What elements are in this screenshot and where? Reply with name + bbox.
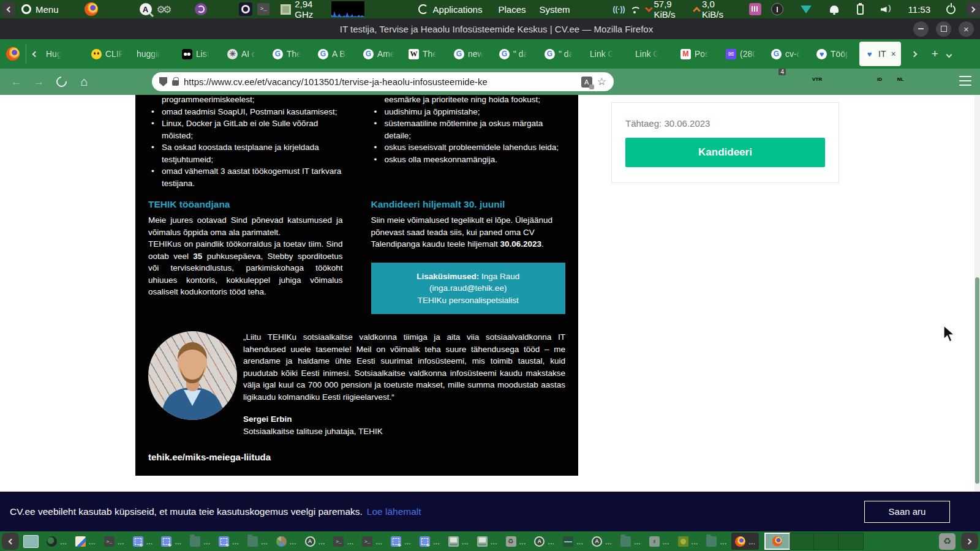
onion-browser-icon[interactable] xyxy=(239,2,252,16)
extension-icon[interactable] xyxy=(790,73,802,85)
panel-clock[interactable]: 11:53 xyxy=(908,4,930,15)
cookie-accept-button[interactable]: Saan aru xyxy=(864,501,950,523)
taskbar-window-button[interactable]: ... xyxy=(43,533,70,550)
browser-tab[interactable]: A Bl xyxy=(314,42,360,66)
page-scrollbar[interactable] xyxy=(974,95,980,492)
extension-icon[interactable]: iD xyxy=(873,73,886,85)
volume-icon[interactable] xyxy=(881,5,891,13)
workspace[interactable] xyxy=(790,533,814,549)
maximize-button[interactable] xyxy=(936,21,951,37)
taskbar-window-button[interactable]: ... xyxy=(646,533,673,550)
variety-tray-icon[interactable] xyxy=(801,6,812,13)
browser-tab[interactable]: The xyxy=(269,42,314,66)
tab-close-icon[interactable] xyxy=(891,49,895,59)
cpu-chip-icon[interactable] xyxy=(281,4,291,15)
url-bar[interactable]: https://www.cv.ee/et/vacancy/1013501/ter… xyxy=(152,72,614,91)
show-desktop-icon[interactable] xyxy=(23,535,39,548)
audio-mixer-icon[interactable] xyxy=(749,3,761,15)
cookie-learn-more-link[interactable]: Loe lähemalt xyxy=(367,506,421,517)
power-icon[interactable] xyxy=(946,5,956,14)
forward-button[interactable] xyxy=(29,72,49,92)
taskbar-window-button[interactable]: ... xyxy=(244,533,271,550)
notifications-bell-icon[interactable] xyxy=(830,6,839,13)
taskbar-window-button[interactable]: ... xyxy=(129,533,157,550)
taskbar-window-button[interactable]: ... xyxy=(330,533,357,550)
taskbar-window-button[interactable]: ... xyxy=(72,533,99,550)
menu-places[interactable]: Places xyxy=(498,4,526,15)
taskbar-window-button[interactable]: ... xyxy=(215,533,243,550)
url-text[interactable]: https://www.cv.ee/et/vacancy/1013501/ter… xyxy=(184,77,576,87)
taskbar-window-button[interactable]: ... xyxy=(731,533,759,550)
taskbar-window-button[interactable]: ... xyxy=(530,533,558,550)
taskbar-window-button[interactable]: ... xyxy=(301,533,329,550)
browser-tab[interactable]: Pos xyxy=(677,42,722,66)
taskbar-window-button[interactable]: ... xyxy=(100,533,128,550)
menu-hamburger-icon[interactable] xyxy=(959,76,971,86)
extension-icon[interactable] xyxy=(707,73,719,85)
browser-tab[interactable]: Link G xyxy=(586,42,631,66)
firefox-launcher-icon[interactable] xyxy=(85,2,98,16)
panel-hide-right-button[interactable] xyxy=(967,2,980,17)
taskbar-hide-right-button[interactable] xyxy=(961,533,978,550)
apply-button[interactable]: Kandideeri xyxy=(625,138,825,167)
screen-magnifier-icon[interactable] xyxy=(140,3,152,15)
trash-icon[interactable] xyxy=(939,533,956,550)
taskbar-window-button[interactable]: ... xyxy=(157,533,185,550)
taskbar-window-button[interactable]: ... xyxy=(473,533,501,550)
close-button[interactable] xyxy=(959,21,974,37)
new-tab-button[interactable] xyxy=(932,47,938,61)
taskbar-window-button[interactable]: ... xyxy=(186,533,214,550)
screenshot-tray-icon[interactable] xyxy=(771,3,783,15)
taskbar-window-button[interactable]: ... xyxy=(358,533,386,550)
workspace[interactable] xyxy=(839,533,863,549)
browser-tab[interactable]: CLIP xyxy=(88,42,133,66)
browser-tab[interactable]: " da xyxy=(496,42,541,66)
taskbar-window-button[interactable]: ... xyxy=(445,533,472,550)
extension-icon[interactable] xyxy=(728,73,740,85)
menu-system[interactable]: System xyxy=(540,4,570,15)
minimize-button[interactable] xyxy=(913,21,929,37)
home-button[interactable] xyxy=(74,72,94,92)
system-menu-button[interactable]: Menu xyxy=(21,4,59,15)
menu-applications[interactable]: Applications xyxy=(433,4,483,15)
taskbar-window-button[interactable]: ... xyxy=(502,533,530,550)
browser-tab[interactable]: cv-o xyxy=(767,42,813,66)
browser-tab[interactable]: Link G xyxy=(631,42,677,66)
settings-gears-icon[interactable] xyxy=(157,4,170,15)
taskbar-window-button[interactable]: ... xyxy=(617,533,644,550)
taskbar-window-button[interactable]: ... xyxy=(416,533,443,550)
wifi-icon[interactable] xyxy=(629,6,640,13)
browser-tab[interactable]: new xyxy=(450,42,496,66)
taskbar-window-button[interactable]: ... xyxy=(674,533,702,550)
workspace[interactable] xyxy=(814,533,839,549)
taskbar-hide-left-button[interactable] xyxy=(2,533,19,550)
system-monitor-graph[interactable] xyxy=(331,1,364,17)
browser-tab[interactable]: AI c xyxy=(224,42,269,66)
extension-icon[interactable] xyxy=(748,73,761,85)
browser-tab[interactable]: List xyxy=(178,42,224,66)
workspace[interactable] xyxy=(765,533,790,549)
browser-tab[interactable]: (280 xyxy=(722,42,767,66)
scrollbar-thumb[interactable] xyxy=(975,277,979,484)
translate-page-icon[interactable] xyxy=(581,77,592,88)
scroll-tabs-left-button[interactable] xyxy=(26,43,42,64)
extension-icon[interactable]: NL xyxy=(894,73,907,85)
browser-tab[interactable]: " da xyxy=(541,42,586,66)
https-lock-icon[interactable] xyxy=(172,80,179,86)
extension-icon[interactable]: VTR xyxy=(811,73,823,85)
panel-hide-left-button[interactable] xyxy=(2,2,15,17)
browser-tab[interactable]: Tööp xyxy=(813,42,858,66)
browser-tab[interactable]: Hug xyxy=(42,42,88,66)
taskbar-window-button[interactable]: ... xyxy=(703,533,730,550)
extension-icon[interactable] xyxy=(853,73,865,85)
browser-tab[interactable]: Ame xyxy=(360,42,405,66)
network-transmit-icon[interactable] xyxy=(613,5,625,13)
tracking-protection-shield-icon[interactable] xyxy=(159,77,167,86)
list-all-tabs-button[interactable] xyxy=(947,48,951,59)
extension-icon[interactable] xyxy=(936,73,948,85)
taskbar-window-button[interactable]: ... xyxy=(588,533,616,550)
taskbar-window-button[interactable]: ... xyxy=(387,533,415,550)
taskbar-window-button[interactable]: ... xyxy=(559,533,587,550)
browser-tab[interactable]: The xyxy=(405,42,450,66)
taskbar-window-button[interactable]: ... xyxy=(273,533,300,550)
